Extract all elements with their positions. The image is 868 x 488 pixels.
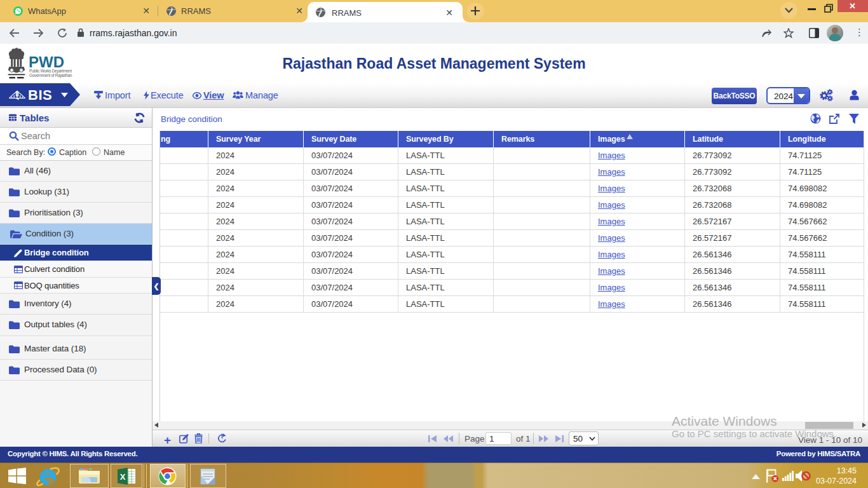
svg-text:X: X	[120, 472, 126, 482]
